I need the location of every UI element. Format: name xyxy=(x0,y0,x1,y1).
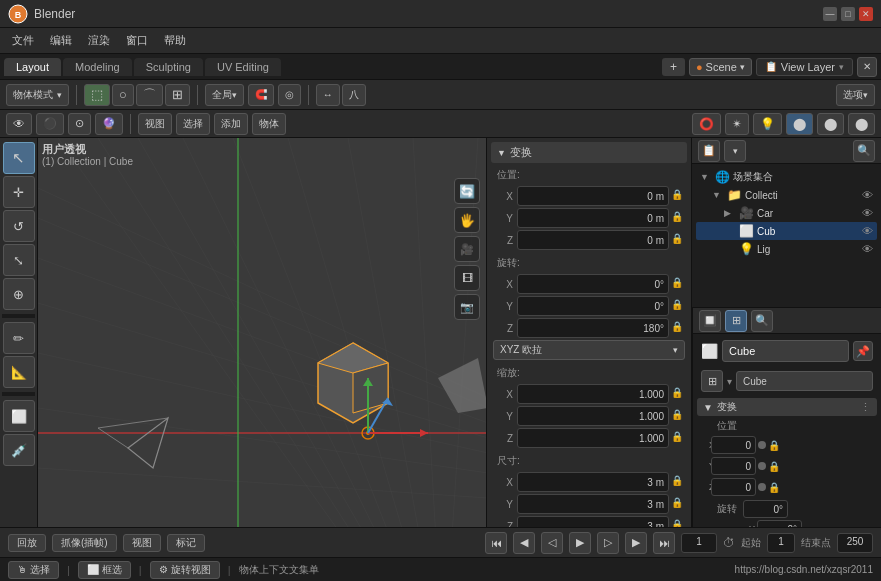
scale-z-lock[interactable]: 🔒 xyxy=(671,431,685,445)
transform-panel-header[interactable]: ▼ 变换 xyxy=(491,142,687,163)
outliner-car[interactable]: ▶ 🎥 Car 👁 xyxy=(696,204,877,222)
secondary-select-menu[interactable]: 选择 xyxy=(176,113,210,135)
viewport-shading-3[interactable]: ⊙ xyxy=(68,113,91,135)
secondary-object-menu[interactable]: 物体 xyxy=(252,113,286,135)
scale-y-input[interactable]: 1.000 xyxy=(517,406,669,426)
scale-x-lock[interactable]: 🔒 xyxy=(671,387,685,401)
car-eye-icon[interactable]: 👁 xyxy=(862,207,873,219)
camera-button[interactable]: 🎥 xyxy=(454,236,480,262)
shading-mode-rendered[interactable]: ⬤ xyxy=(848,113,875,135)
props-pos-x-dot[interactable] xyxy=(758,441,766,449)
dim-z-input[interactable]: 3 m xyxy=(517,516,669,527)
viewport-shading-2[interactable]: ⚫ xyxy=(36,113,64,135)
menu-item-window[interactable]: 窗口 xyxy=(118,31,156,50)
end-frame-input[interactable]: 250 xyxy=(837,533,873,553)
playback-menu[interactable]: 回放 xyxy=(8,534,46,552)
props-pos-z-lock[interactable]: 🔒 xyxy=(768,482,780,493)
transform-tool-btn[interactable]: ⊕ xyxy=(3,278,35,310)
rotate-tool-btn[interactable]: ↺ xyxy=(3,210,35,242)
props-pos-y-lock[interactable]: 🔒 xyxy=(768,461,780,472)
props-icon-object[interactable]: 🔲 xyxy=(699,310,721,332)
global-selector[interactable]: 全局 ▾ xyxy=(205,84,244,106)
current-frame-input[interactable]: 1 xyxy=(681,533,717,553)
play-button[interactable]: ▶ xyxy=(569,532,591,554)
snapshot-button[interactable]: 📷 xyxy=(454,294,480,320)
props-rot-y-field[interactable]: 0° xyxy=(757,520,802,527)
viewport[interactable]: X Y Z 用户透视 (1) Collection | Cube 🔄 🖐 🎥 🎞… xyxy=(38,138,486,527)
select-status-btn[interactable]: 🖱 选择 xyxy=(8,561,59,579)
tab-modeling[interactable]: Modeling xyxy=(63,58,132,76)
scale-y-lock[interactable]: 🔒 xyxy=(671,409,685,423)
move-tool[interactable]: ↔ xyxy=(316,84,340,106)
cube-eye-icon[interactable]: 👁 xyxy=(862,225,873,237)
select-circle-tool[interactable]: ○ xyxy=(112,84,134,106)
overlay-selector[interactable]: 选项 ▾ xyxy=(836,84,875,106)
move-tool-btn[interactable]: ✛ xyxy=(3,176,35,208)
light-eye-icon[interactable]: 👁 xyxy=(862,243,873,255)
scale-z-input[interactable]: 1.000 xyxy=(517,428,669,448)
pos-y-input[interactable]: 0 m xyxy=(517,208,669,228)
rot-x-input[interactable]: 0° xyxy=(517,274,669,294)
jump-end-button[interactable]: ⏭ xyxy=(653,532,675,554)
props-transform-header[interactable]: ▼ 变换 ⋮ xyxy=(697,398,877,416)
props-transform-menu[interactable]: ⋮ xyxy=(860,401,871,414)
scale-x-input[interactable]: 1.000 xyxy=(517,384,669,404)
outliner-collection[interactable]: ▼ 📁 Collecti 👁 xyxy=(696,186,877,204)
rot-x-lock[interactable]: 🔒 xyxy=(671,277,685,291)
outliner-filter-icon[interactable]: 🔍 xyxy=(853,140,875,162)
menu-item-file[interactable]: 文件 xyxy=(4,31,42,50)
collection-eye-icon[interactable]: 👁 xyxy=(862,189,873,201)
shading-mode-solid[interactable]: ⬤ xyxy=(786,113,813,135)
menu-item-render[interactable]: 渲染 xyxy=(80,31,118,50)
pos-z-lock[interactable]: 🔒 xyxy=(671,233,685,247)
outliner-cube[interactable]: ⬜ Cub 👁 xyxy=(696,222,877,240)
props-search[interactable]: 🔍 xyxy=(751,310,773,332)
select-drag-tool[interactable]: ⊞ xyxy=(165,84,190,106)
annotate-tool[interactable]: ✏ xyxy=(3,322,35,354)
object-name-field[interactable]: Cube xyxy=(722,340,849,362)
proportional-edit[interactable]: ◎ xyxy=(278,84,301,106)
select-box-tool[interactable]: ⬚ xyxy=(84,84,110,106)
props-pos-x-field[interactable]: 0 xyxy=(711,436,756,454)
props-rot-x-field[interactable]: 0° xyxy=(743,500,788,518)
maximize-button[interactable]: □ xyxy=(841,7,855,21)
secondary-view-menu[interactable]: 视图 xyxy=(138,113,172,135)
prev-frame-button[interactable]: ◀ xyxy=(513,532,535,554)
gizmo-btn[interactable]: ✴ xyxy=(725,113,749,135)
props-pos-y-field[interactable]: 0 xyxy=(711,457,756,475)
secondary-add-menu[interactable]: 添加 xyxy=(214,113,248,135)
close-button[interactable]: ✕ xyxy=(859,7,873,21)
pos-z-input[interactable]: 0 m xyxy=(517,230,669,250)
rotate-view-btn[interactable]: ⚙ 旋转视图 xyxy=(150,561,220,579)
pin-button[interactable]: 📌 xyxy=(853,341,873,361)
add-cube-tool[interactable]: ⬜ xyxy=(3,400,35,432)
frame-select-btn[interactable]: ⬜ 框选 xyxy=(78,561,131,579)
shading-mode-material[interactable]: ⬤ xyxy=(817,113,844,135)
pan-button[interactable]: 🖐 xyxy=(454,207,480,233)
jump-start-button[interactable]: ⏮ xyxy=(485,532,507,554)
mesh-name-field[interactable]: Cube xyxy=(736,371,873,391)
interpolation-menu[interactable]: 抓像(插帧) xyxy=(52,534,117,552)
scene-collection-item[interactable]: ▼ 🌐 场景集合 xyxy=(696,168,877,186)
rot-y-lock[interactable]: 🔒 xyxy=(671,299,685,313)
pos-x-input[interactable]: 0 m xyxy=(517,186,669,206)
menu-item-help[interactable]: 帮助 xyxy=(156,31,194,50)
pos-y-lock[interactable]: 🔒 xyxy=(671,211,685,225)
props-pos-z-dot[interactable] xyxy=(758,483,766,491)
rot-y-input[interactable]: 0° xyxy=(517,296,669,316)
timeline-view-menu[interactable]: 视图 xyxy=(123,534,161,552)
dim-y-lock[interactable]: 🔒 xyxy=(671,497,685,511)
tab-layout[interactable]: Layout xyxy=(4,58,61,76)
minimize-button[interactable]: — xyxy=(823,7,837,21)
pos-x-lock[interactable]: 🔒 xyxy=(671,189,685,203)
tab-sculpting[interactable]: Sculpting xyxy=(134,58,203,76)
dim-x-lock[interactable]: 🔒 xyxy=(671,475,685,489)
props-icon-mesh[interactable]: ⊞ xyxy=(725,310,747,332)
menu-item-edit[interactable]: 编辑 xyxy=(42,31,80,50)
mode-selector[interactable]: 物体模式 ▾ xyxy=(6,84,69,106)
select-tool[interactable]: ↖ xyxy=(3,142,35,174)
dim-y-input[interactable]: 3 m xyxy=(517,494,669,514)
next-keyframe-button[interactable]: ▷ xyxy=(597,532,619,554)
measure-tool[interactable]: 📐 xyxy=(3,356,35,388)
close-workspace-button[interactable]: ✕ xyxy=(857,57,877,77)
